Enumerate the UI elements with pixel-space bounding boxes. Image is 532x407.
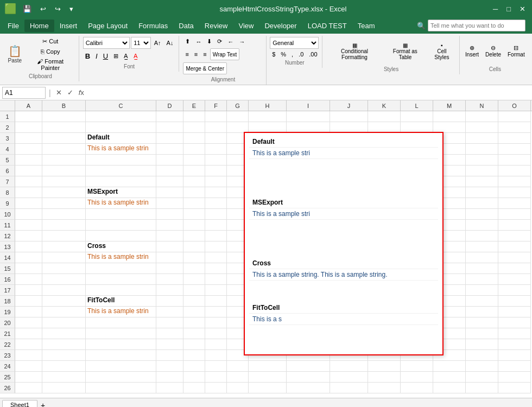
cell-l26[interactable] <box>401 383 433 393</box>
cell-e21[interactable] <box>183 328 205 339</box>
row-header-13[interactable]: 13 <box>0 241 15 252</box>
row-header-17[interactable]: 17 <box>0 285 15 296</box>
cell-c16[interactable] <box>86 274 156 285</box>
row-header-11[interactable]: 11 <box>0 220 15 231</box>
cell-o17[interactable] <box>498 285 531 296</box>
cell-j25[interactable] <box>330 372 368 383</box>
cell-d7[interactable] <box>156 176 183 187</box>
cell-a17[interactable] <box>15 285 42 296</box>
font-color-button[interactable]: A̲ <box>131 52 140 61</box>
cell-d18[interactable] <box>156 296 183 307</box>
align-center-button[interactable]: ≡ <box>192 48 200 60</box>
cell-f25[interactable] <box>205 372 227 383</box>
cell-c22[interactable] <box>86 339 156 350</box>
cell-o12[interactable] <box>498 231 531 241</box>
cell-e26[interactable] <box>183 383 205 393</box>
cell-e5[interactable] <box>183 155 205 166</box>
cell-d12[interactable] <box>156 231 183 241</box>
row-header-10[interactable]: 10 <box>0 209 15 220</box>
decimal-decrease-button[interactable]: .00 <box>307 50 319 59</box>
cell-j2[interactable] <box>330 122 368 133</box>
cell-a2[interactable] <box>15 122 42 133</box>
minimize-button[interactable]: ─ <box>491 4 500 14</box>
menu-load-test[interactable]: LOAD TEST <box>302 20 352 32</box>
cell-b13[interactable] <box>42 241 86 252</box>
cell-d10[interactable] <box>156 209 183 220</box>
cell-e8[interactable] <box>183 187 205 198</box>
align-middle-button[interactable]: ↔ <box>193 37 204 46</box>
row-header-3[interactable]: 3 <box>0 133 15 144</box>
cell-b26[interactable] <box>42 383 86 393</box>
menu-view[interactable]: View <box>233 20 259 32</box>
cell-a9[interactable] <box>15 198 42 209</box>
cell-b1[interactable] <box>42 111 86 122</box>
cell-j24[interactable] <box>330 361 368 372</box>
cell-e2[interactable] <box>183 122 205 133</box>
col-header-o[interactable]: O <box>498 100 531 111</box>
row-header-15[interactable]: 15 <box>0 263 15 274</box>
underline-button[interactable]: U <box>101 51 110 61</box>
cell-i1[interactable] <box>287 111 330 122</box>
cell-n13[interactable] <box>466 241 498 252</box>
fill-color-button[interactable]: A̲ <box>122 52 130 61</box>
cell-o9[interactable] <box>498 198 531 209</box>
cell-g25[interactable] <box>227 372 249 383</box>
wrap-text-button[interactable]: Wrap Text <box>210 48 240 60</box>
cell-o26[interactable] <box>498 383 531 393</box>
cell-b21[interactable] <box>42 328 86 339</box>
cell-g24[interactable] <box>227 361 249 372</box>
cell-m2[interactable] <box>433 122 466 133</box>
sheet-tab-1[interactable]: Sheet1 <box>2 400 37 407</box>
cell-a22[interactable] <box>15 339 42 350</box>
cell-g2[interactable] <box>227 122 249 133</box>
cell-e23[interactable] <box>183 350 205 361</box>
cell-c13[interactable]: Cross <box>86 241 156 252</box>
menu-developer[interactable]: Developer <box>259 20 302 32</box>
col-header-d[interactable]: D <box>156 100 183 111</box>
cell-c21[interactable] <box>86 328 156 339</box>
undo-button[interactable]: ↩ <box>38 4 48 14</box>
cell-o20[interactable] <box>498 317 531 328</box>
row-header-6[interactable]: 6 <box>0 166 15 176</box>
cell-k1[interactable] <box>368 111 401 122</box>
cell-b3[interactable] <box>42 133 86 144</box>
delete-cells-button[interactable]: ⊖ Delete <box>483 37 504 65</box>
cell-a25[interactable] <box>15 372 42 383</box>
cell-n6[interactable] <box>466 166 498 176</box>
help-search-input[interactable] <box>428 20 525 31</box>
cell-n2[interactable] <box>466 122 498 133</box>
cell-e13[interactable] <box>183 241 205 252</box>
cell-o13[interactable] <box>498 241 531 252</box>
cell-n15[interactable] <box>466 263 498 274</box>
decrease-font-button[interactable]: A↓ <box>164 39 176 47</box>
cell-e11[interactable] <box>183 220 205 231</box>
cell-d25[interactable] <box>156 372 183 383</box>
cell-l1[interactable] <box>401 111 433 122</box>
cell-o8[interactable] <box>498 187 531 198</box>
cell-b20[interactable] <box>42 317 86 328</box>
cell-d8[interactable] <box>156 187 183 198</box>
cell-n17[interactable] <box>466 285 498 296</box>
cell-l25[interactable] <box>401 372 433 383</box>
cell-o6[interactable] <box>498 166 531 176</box>
menu-team[interactable]: Team <box>352 20 381 32</box>
cell-a1[interactable] <box>15 111 42 122</box>
cell-d13[interactable] <box>156 241 183 252</box>
cell-a15[interactable] <box>15 263 42 274</box>
cell-f4[interactable] <box>205 144 227 155</box>
cell-d17[interactable] <box>156 285 183 296</box>
cell-a26[interactable] <box>15 383 42 393</box>
cell-k24[interactable] <box>368 361 401 372</box>
cell-o1[interactable] <box>498 111 531 122</box>
cell-f10[interactable] <box>205 209 227 220</box>
row-header-18[interactable]: 18 <box>0 296 15 307</box>
font-size-select[interactable]: 11 <box>131 37 151 49</box>
cell-b22[interactable] <box>42 339 86 350</box>
cell-a12[interactable] <box>15 231 42 241</box>
cell-c11[interactable] <box>86 220 156 231</box>
row-header-12[interactable]: 12 <box>0 231 15 241</box>
cell-f26[interactable] <box>205 383 227 393</box>
col-header-c[interactable]: C <box>86 100 156 111</box>
cell-o25[interactable] <box>498 372 531 383</box>
cell-c8[interactable]: MSExport <box>86 187 156 198</box>
